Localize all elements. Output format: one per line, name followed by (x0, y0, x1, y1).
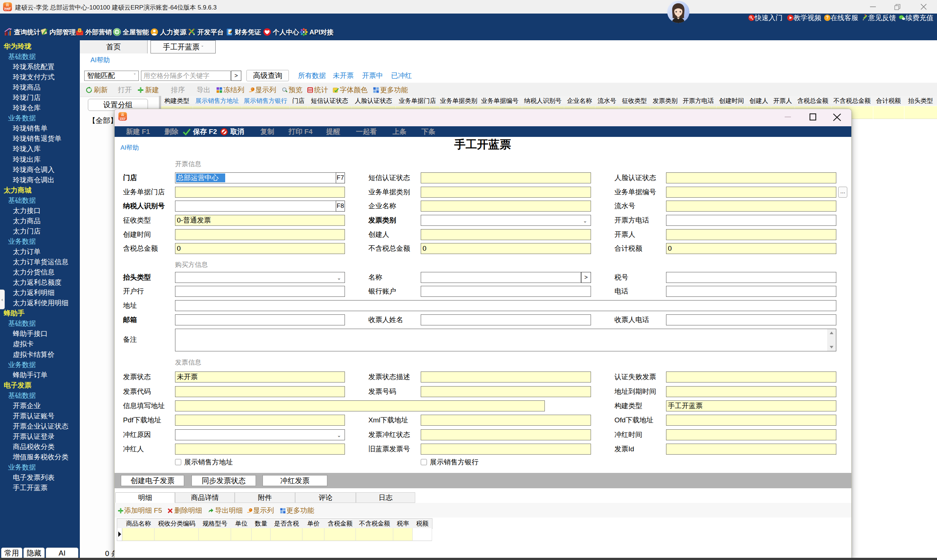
svg-text:ERP: ERP (5, 7, 11, 11)
svg-text:云: 云 (121, 113, 125, 116)
svg-text:?: ? (826, 15, 829, 20)
svg-text:ERP: ERP (120, 117, 126, 121)
svg-text:云: 云 (6, 3, 9, 6)
svg-text:¥: ¥ (79, 29, 80, 32)
